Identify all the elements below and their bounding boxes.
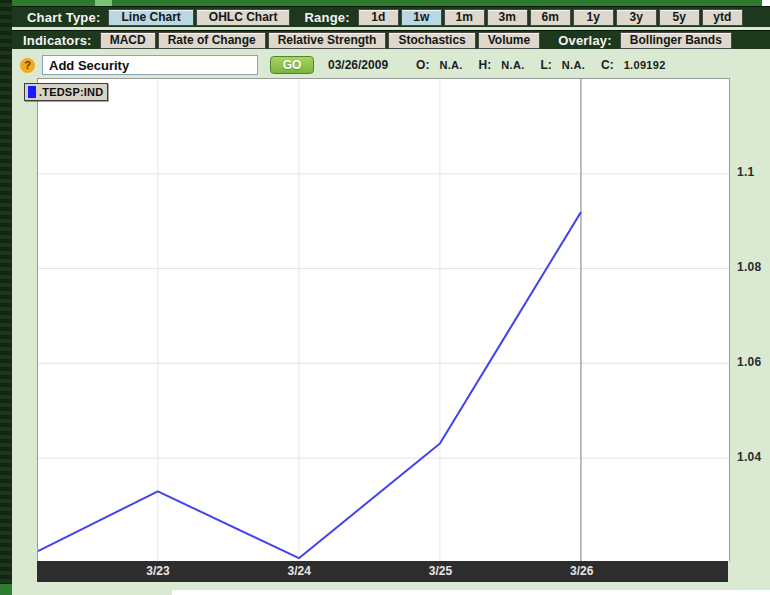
open-value: N.A. — [439, 59, 462, 71]
y-axis-tick-label: 1.06 — [737, 355, 770, 369]
y-axis-tick-label: 1.1 — [737, 165, 770, 179]
indicator-volume-button[interactable]: Volume — [478, 32, 540, 49]
close-value: 1.09192 — [624, 59, 666, 71]
indicators-label: Indicators: — [16, 33, 99, 48]
x-axis-bar: 3/233/243/253/26 — [37, 561, 728, 582]
chart-type-ohlc-button[interactable]: OHLC Chart — [196, 9, 291, 26]
chart-plot-area — [37, 78, 730, 561]
indicator-stochastics-button[interactable]: Stochastics — [388, 32, 475, 49]
low-value: N.A. — [562, 59, 585, 71]
indicator-relative-strength-button[interactable]: Relative Strength — [268, 32, 387, 49]
x-axis-tick-label: 3/24 — [288, 564, 311, 578]
y-axis-tick-label: 1.08 — [737, 260, 770, 274]
overlay-label: Overlay: — [551, 33, 619, 48]
x-axis-tick-label: 3/26 — [570, 564, 593, 578]
chart-legend: .TEDSP:IND — [24, 83, 108, 101]
range-label: Range: — [297, 10, 356, 25]
price-chart — [38, 79, 729, 561]
legend-color-swatch — [28, 86, 36, 98]
quote-date: 03/26/2009 — [328, 58, 388, 72]
indicator-rate-of-change-button[interactable]: Rate of Change — [158, 32, 266, 49]
range-5y-button[interactable]: 5y — [659, 9, 700, 26]
bottom-edge-strip — [172, 590, 770, 595]
high-label: H: — [479, 58, 492, 72]
security-search-toolbar: ? GO 03/26/2009 O: N.A. H: N.A. L: N.A. … — [12, 52, 770, 78]
range-6m-button[interactable]: 6m — [530, 9, 571, 26]
open-label: O: — [416, 58, 429, 72]
overlay-bollinger-bands-button[interactable]: Bollinger Bands — [620, 32, 732, 49]
chart-type-range-toolbar: Chart Type: Line Chart OHLC Chart Range:… — [12, 6, 770, 27]
chart-type-line-button[interactable]: Line Chart — [108, 9, 193, 26]
range-3m-button[interactable]: 3m — [487, 9, 528, 26]
y-axis-tick-label: 1.04 — [737, 450, 770, 464]
low-label: L: — [540, 58, 551, 72]
chart-type-label: Chart Type: — [20, 10, 107, 25]
x-axis-tick-label: 3/23 — [146, 564, 169, 578]
quote-readout: 03/26/2009 O: N.A. H: N.A. L: N.A. C: 1.… — [328, 58, 666, 72]
range-1w-button[interactable]: 1w — [401, 9, 442, 26]
add-security-input[interactable] — [42, 55, 258, 75]
range-3y-button[interactable]: 3y — [616, 9, 657, 26]
help-icon[interactable]: ? — [20, 58, 35, 73]
range-1d-button[interactable]: 1d — [358, 9, 399, 26]
price-line — [38, 212, 581, 558]
close-label: C: — [601, 58, 614, 72]
range-ytd-button[interactable]: ytd — [702, 9, 743, 26]
indicators-overlay-toolbar: Indicators: MACD Rate of Change Relative… — [12, 30, 770, 49]
left-edge-notch — [0, 584, 12, 595]
range-1y-button[interactable]: 1y — [573, 9, 614, 26]
high-value: N.A. — [501, 59, 524, 71]
go-button[interactable]: GO — [270, 56, 314, 74]
legend-symbol: .TEDSP:IND — [39, 86, 103, 98]
indicator-macd-button[interactable]: MACD — [100, 32, 156, 49]
left-edge-strip — [0, 0, 12, 595]
x-axis-tick-label: 3/25 — [429, 564, 452, 578]
range-1m-button[interactable]: 1m — [444, 9, 485, 26]
chart-app-page: { "toolbar1": { "chart_type_label": "Cha… — [0, 0, 770, 595]
